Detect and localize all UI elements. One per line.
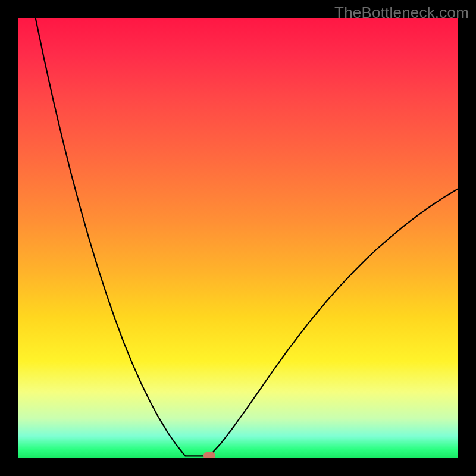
bottleneck-curve xyxy=(18,18,458,458)
plot-area xyxy=(18,18,458,458)
optimal-point-marker xyxy=(203,452,215,458)
chart-frame: TheBottleneck.com xyxy=(0,0,476,476)
